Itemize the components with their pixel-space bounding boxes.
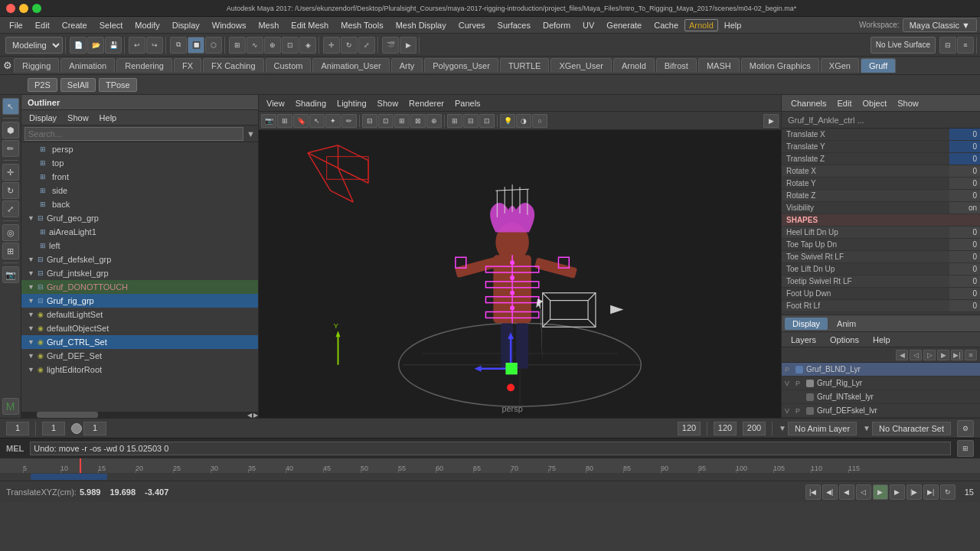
go-end-btn[interactable]: ▶| bbox=[923, 484, 939, 500]
ch-foot-up[interactable]: Foot Up Dwn 0 bbox=[782, 288, 980, 300]
status-settings-btn[interactable]: ⚙ bbox=[957, 420, 974, 437]
menu-modify[interactable]: Modify bbox=[129, 19, 165, 31]
tab-xgen-user[interactable]: XGen_User bbox=[550, 58, 611, 73]
status-end-frame[interactable]: 120 bbox=[678, 422, 701, 435]
vp-paint-btn[interactable]: ✏ bbox=[341, 114, 357, 128]
selall-button[interactable]: SelAll bbox=[60, 78, 96, 92]
layer-blnd[interactable]: P Gruf_BLND_Lyr bbox=[782, 363, 980, 377]
menu-display[interactable]: Display bbox=[166, 19, 206, 31]
ch-translate-y[interactable]: Translate Y 0 bbox=[782, 141, 980, 153]
play-fwd-btn[interactable]: ▶ bbox=[873, 484, 888, 500]
ch-heel-lift[interactable]: Heel Lift Dn Up 0 bbox=[782, 227, 980, 239]
status-val1[interactable]: 1 bbox=[6, 422, 29, 435]
channels-show-menu[interactable]: Show bbox=[894, 97, 922, 109]
char-set-btn[interactable]: No Character Set bbox=[872, 422, 951, 435]
ch-rotate-z[interactable]: Rotate Z 0 bbox=[782, 190, 980, 202]
layer-prev-btn[interactable]: ◀ bbox=[896, 350, 908, 360]
mel-expand-btn[interactable]: ⊞ bbox=[957, 440, 974, 457]
channels-edit-menu[interactable]: Edit bbox=[834, 97, 854, 109]
anim-layer-dropdown[interactable]: ▼ No Anim Layer bbox=[779, 422, 857, 435]
vp-hud-btn[interactable]: ⊡ bbox=[479, 114, 495, 128]
channels-object-menu[interactable]: Object bbox=[859, 97, 890, 109]
tab-mash[interactable]: MASH bbox=[698, 58, 740, 73]
search-dropdown-icon[interactable]: ▼ bbox=[247, 129, 255, 139]
p2s-button[interactable]: P2S bbox=[28, 78, 57, 92]
workspace-dropdown[interactable]: Maya Classic ▼ bbox=[903, 18, 977, 32]
camera-tool[interactable]: 📷 bbox=[2, 266, 19, 283]
layer-rig[interactable]: V P Gruf_Rig_Lyr bbox=[782, 377, 980, 390]
tab-arnold[interactable]: Arnold bbox=[613, 58, 655, 73]
vp-isolation-btn[interactable]: ⊕ bbox=[426, 114, 442, 128]
renderer-menu[interactable]: Renderer bbox=[404, 97, 449, 109]
menu-uv[interactable]: UV bbox=[577, 19, 600, 31]
panels-menu[interactable]: Panels bbox=[450, 97, 485, 109]
menu-generate[interactable]: Generate bbox=[600, 19, 648, 31]
ch-translate-x[interactable]: Translate X 0 bbox=[782, 129, 980, 141]
select-btn[interactable]: 🔲 bbox=[188, 37, 204, 54]
anim-layer-btn[interactable]: No Anim Layer bbox=[788, 422, 857, 435]
outliner-item-back[interactable]: ⊞ back bbox=[21, 197, 258, 211]
tab-polygons-user[interactable]: Polygons_User bbox=[424, 58, 498, 73]
gear-icon[interactable]: ⚙ bbox=[3, 60, 12, 71]
vp-light-btn[interactable]: 💡 bbox=[500, 114, 515, 128]
menu-curves[interactable]: Curves bbox=[452, 19, 492, 31]
menu-mesh[interactable]: Mesh bbox=[252, 19, 285, 31]
menu-create[interactable]: Create bbox=[56, 19, 93, 31]
go-start-btn[interactable]: |◀ bbox=[805, 484, 821, 500]
menu-edit[interactable]: Edit bbox=[29, 19, 56, 31]
rotate-tool[interactable]: ↻ bbox=[2, 182, 19, 199]
outliner-hscrollbar[interactable]: ◀ ▶ bbox=[21, 412, 258, 418]
view-menu[interactable]: View bbox=[262, 97, 289, 109]
soft-mod-tool[interactable]: ◎ bbox=[2, 224, 19, 241]
tab-xgen[interactable]: XGen bbox=[821, 58, 859, 73]
tab-fx-caching[interactable]: FX Caching bbox=[203, 58, 263, 73]
vp-res-btn[interactable]: ⊞ bbox=[277, 114, 292, 128]
rotate-btn[interactable]: ↻ bbox=[341, 37, 358, 54]
paint-tool[interactable]: ✏ bbox=[2, 140, 19, 157]
close-button[interactable] bbox=[6, 4, 15, 13]
outliner-search-input[interactable] bbox=[24, 127, 243, 141]
minimize-button[interactable] bbox=[19, 4, 28, 13]
outliner-item-def-set[interactable]: ▼ ◉ Gruf_DEF_Set bbox=[21, 349, 258, 363]
outliner-item-persp[interactable]: ⊞ persp bbox=[21, 142, 258, 156]
vp-xray-btn[interactable]: ✦ bbox=[325, 114, 341, 128]
loop-btn[interactable]: ↻ bbox=[940, 484, 956, 500]
vp-smooth-btn[interactable]: ⊡ bbox=[378, 114, 394, 128]
channels-menu[interactable]: Channels bbox=[788, 97, 829, 109]
vp-ambient-btn[interactable]: ○ bbox=[532, 114, 547, 128]
select-by-hier-btn[interactable]: ⧉ bbox=[170, 37, 187, 54]
char-set-dropdown[interactable]: ▼ No Character Set bbox=[863, 422, 951, 435]
channel-box-btn[interactable]: ≡ bbox=[957, 37, 974, 54]
outliner-help-menu[interactable]: Help bbox=[95, 112, 122, 124]
anim-tab[interactable]: Anim bbox=[829, 318, 864, 330]
layer-back-btn[interactable]: ◁ bbox=[910, 350, 922, 360]
outliner-item-jntskel[interactable]: ▼ ⊟ Gruf_jntskel_grp bbox=[21, 266, 258, 280]
tab-turtle[interactable]: TURTLE bbox=[500, 58, 550, 73]
layout-btn[interactable]: ⊟ bbox=[939, 37, 956, 54]
show-manip-tool[interactable]: ⊞ bbox=[2, 243, 19, 259]
options-sub-tab[interactable]: Options bbox=[824, 334, 865, 345]
snap-view-btn[interactable]: ◈ bbox=[299, 37, 316, 54]
next-key-btn[interactable]: |▶ bbox=[906, 484, 922, 500]
status-val3[interactable]: 1 bbox=[83, 422, 106, 435]
prev-key-btn[interactable]: ◀| bbox=[822, 484, 838, 500]
outliner-item-ctrl-set[interactable]: ▼ ◉ Gruf_CTRL_Set bbox=[21, 335, 258, 349]
tab-animation[interactable]: Animation bbox=[60, 58, 115, 73]
outliner-item-default-object-set[interactable]: ▼ ◉ defaultObjectSet bbox=[21, 321, 258, 335]
timeline-playhead[interactable] bbox=[80, 458, 81, 473]
lasso-btn[interactable]: ⬡ bbox=[205, 37, 222, 54]
ch-toe-tap[interactable]: Toe Tap Up Dn 0 bbox=[782, 239, 980, 251]
tab-motion-graphics[interactable]: Motion Graphics bbox=[741, 58, 819, 73]
ch-rotate-x[interactable]: Rotate X 0 bbox=[782, 165, 980, 178]
vp-bookmark-btn[interactable]: 🔖 bbox=[293, 114, 309, 128]
tab-gruff[interactable]: Gruff bbox=[861, 58, 896, 73]
redo-btn[interactable]: ↪ bbox=[146, 37, 163, 54]
vp-shadow-btn[interactable]: ◑ bbox=[516, 114, 531, 128]
vp-render-btn[interactable]: ▶ bbox=[763, 114, 779, 128]
tab-animation-user[interactable]: Animation_User bbox=[312, 58, 389, 73]
show-menu[interactable]: Show bbox=[373, 97, 403, 109]
snap-grid-btn[interactable]: ⊞ bbox=[229, 37, 246, 54]
help-sub-tab[interactable]: Help bbox=[867, 334, 897, 345]
layer-fwd-btn[interactable]: ▶ bbox=[937, 350, 949, 360]
scale-btn[interactable]: ⤢ bbox=[358, 37, 375, 54]
